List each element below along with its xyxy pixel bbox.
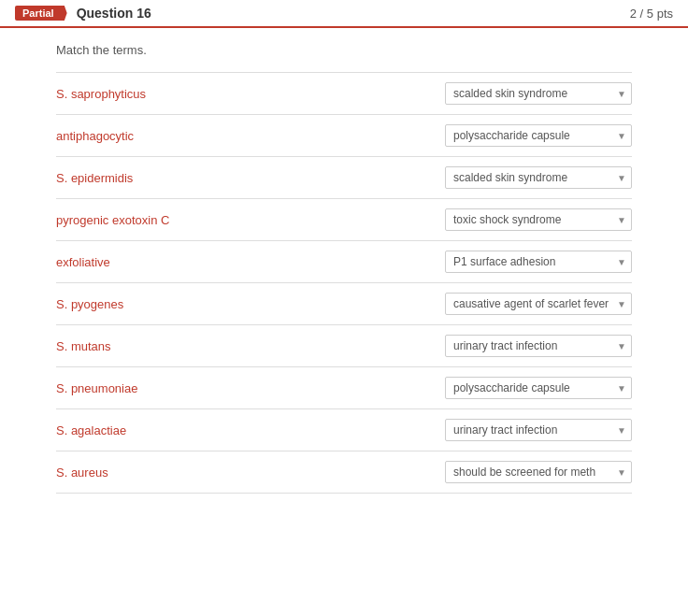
match-row: S. aureusscalded skin syndromepolysaccha… [56,451,632,494]
match-row: S. epidermidisscalded skin syndromepolys… [56,156,632,198]
select-wrapper: scalded skin syndromepolysaccharide caps… [445,293,632,315]
select-wrapper: scalded skin syndromepolysaccharide caps… [445,208,632,231]
answer-select[interactable]: scalded skin syndromepolysaccharide caps… [445,208,632,231]
select-wrapper: scalded skin syndromepolysaccharide caps… [445,166,632,189]
select-wrapper: scalded skin syndromepolysaccharide caps… [445,124,632,147]
select-wrapper: scalded skin syndromepolysaccharide caps… [445,251,632,273]
header-left: Partial Question 16 [15,6,151,21]
answer-select[interactable]: scalded skin syndromepolysaccharide caps… [445,82,632,105]
answer-select[interactable]: scalded skin syndromepolysaccharide caps… [445,419,632,441]
answer-select[interactable]: scalded skin syndromepolysaccharide caps… [445,461,632,483]
match-rows-container: S. saprophyticusscalded skin syndromepol… [56,72,632,494]
answer-select[interactable]: scalded skin syndromepolysaccharide caps… [445,124,632,147]
term-label: S. agalactiae [56,423,355,437]
select-wrapper: scalded skin syndromepolysaccharide caps… [445,82,632,105]
match-row: S. saprophyticusscalded skin syndromepol… [56,72,632,114]
term-label: S. saprophyticus [56,87,355,101]
match-row: antiphagocyticscalded skin syndromepolys… [56,114,632,156]
answer-select[interactable]: scalded skin syndromepolysaccharide caps… [445,166,632,189]
match-row: exfoliativescalded skin syndromepolysacc… [56,240,632,282]
select-wrapper: scalded skin syndromepolysaccharide caps… [445,461,632,483]
content-area: Match the terms. S. saprophyticusscalded… [0,28,688,509]
question-title: Question 16 [77,6,151,21]
term-label: S. mutans [56,339,355,353]
term-label: S. aureus [56,466,355,480]
partial-badge: Partial [15,6,67,21]
term-label: S. epidermidis [56,171,355,185]
select-wrapper: scalded skin syndromepolysaccharide caps… [445,377,632,399]
term-label: S. pneumoniae [56,381,355,395]
match-row: S. agalactiaescalded skin syndromepolysa… [56,408,632,451]
answer-select[interactable]: scalded skin syndromepolysaccharide caps… [445,293,632,315]
match-row: pyrogenic exotoxin Cscalded skin syndrom… [56,198,632,240]
instruction-text: Match the terms. [56,43,632,57]
match-row: S. pyogenesscalded skin syndromepolysacc… [56,282,632,324]
term-label: pyrogenic exotoxin C [56,213,355,227]
term-label: S. pyogenes [56,297,355,311]
page-header: Partial Question 16 2 / 5 pts [0,0,688,28]
answer-select[interactable]: scalded skin syndromepolysaccharide caps… [445,251,632,273]
answer-select[interactable]: scalded skin syndromepolysaccharide caps… [445,377,632,399]
select-wrapper: scalded skin syndromepolysaccharide caps… [445,419,632,441]
match-row: S. mutansscalded skin syndromepolysaccha… [56,324,632,366]
select-wrapper: scalded skin syndromepolysaccharide caps… [445,335,632,357]
pts-label: 2 / 5 pts [630,7,673,21]
match-row: S. pneumoniaescalded skin syndromepolysa… [56,366,632,408]
term-label: antiphagocytic [56,129,355,143]
answer-select[interactable]: scalded skin syndromepolysaccharide caps… [445,335,632,357]
term-label: exfoliative [56,255,355,269]
